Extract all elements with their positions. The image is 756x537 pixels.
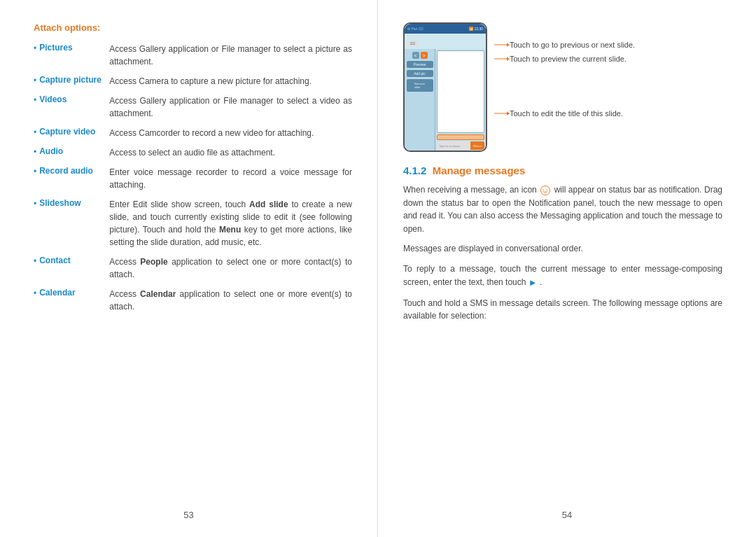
annotation-text-1: Touch to go to previous or next slide. xyxy=(510,41,635,49)
option-label-capture-picture: Capture picture xyxy=(39,75,109,85)
option-desc-record-audio: Enter voice message recorder to record a… xyxy=(109,166,352,191)
phone-compose-placeholder: Type to compose xyxy=(437,144,470,148)
phone-add-pic-btn[interactable]: Add pic xyxy=(407,70,433,77)
body-text-3: To reply to a message, touch the current… xyxy=(403,263,722,290)
option-label-slideshow: Slideshow xyxy=(39,198,109,208)
annotation-1: Touch to go to previous or next slide. xyxy=(494,41,722,49)
bullet: • xyxy=(34,76,36,85)
phone-title-input[interactable] xyxy=(437,134,484,140)
diagram-wrapper: ⊞ Part 2/2 📶 12:30 2/2 < > xyxy=(403,22,722,152)
left-page-number: 53 xyxy=(183,510,193,520)
phone-prev-btn[interactable]: < xyxy=(412,52,419,59)
annotations-container: Touch to go to previous or next slide. T… xyxy=(494,22,722,152)
section-title: 4.1.2 Manage messages xyxy=(403,165,722,176)
left-page: Attach options: • Pictures Access Galler… xyxy=(0,0,378,537)
option-label-calendar: Calendar xyxy=(39,288,109,298)
bullet: • xyxy=(34,127,36,137)
bullet: • xyxy=(34,256,36,266)
phone-screen: ⊞ Part 2/2 📶 12:30 2/2 < > xyxy=(405,24,486,151)
attach-options-title: Attach options: xyxy=(34,22,352,33)
annotation-arrow-1 xyxy=(494,41,510,48)
options-list: • Pictures Access Gallery application or… xyxy=(34,43,352,313)
option-desc-calendar: Access Calendar application to select on… xyxy=(109,288,352,313)
option-audio: • Audio Access to select an audio file a… xyxy=(34,146,352,159)
option-capture-video: • Capture video Access Camcorder to reco… xyxy=(34,127,352,139)
phone-remove-slide-btn[interactable]: Removeslide xyxy=(407,79,433,92)
option-label-record-audio: Record audio xyxy=(39,166,109,176)
option-label-audio: Audio xyxy=(39,146,109,156)
slide-counter-badge: 2/2 xyxy=(407,41,419,46)
body-text-2: Messages are displayed in conversational… xyxy=(403,242,722,256)
bullet: • xyxy=(34,167,36,176)
option-desc-capture-video: Access Camcorder to record a new video f… xyxy=(109,127,314,139)
phone-next-btn[interactable]: > xyxy=(421,52,428,59)
option-desc-slideshow: Enter Edit slide show screen, touch Add … xyxy=(109,198,352,249)
phone-slide-area xyxy=(437,50,484,133)
option-record-audio: • Record audio Enter voice message recor… xyxy=(34,166,352,191)
option-contact: • Contact Access People application to s… xyxy=(34,256,352,281)
phone-preview-btn[interactable]: Preview xyxy=(407,61,433,68)
bullet: • xyxy=(34,95,36,105)
bullet: • xyxy=(34,43,36,53)
option-pictures: • Pictures Access Gallery application or… xyxy=(34,43,352,68)
option-desc-pictures: Access Gallery application or File manag… xyxy=(109,43,352,68)
phone-content-area: < > Preview Add pic Removeslide xyxy=(405,49,486,151)
phone-nav-btns: < > xyxy=(412,52,428,59)
annotation-3: Touch to edit the title of this slide. xyxy=(494,109,722,118)
page: Attach options: • Pictures Access Galler… xyxy=(0,0,756,537)
option-calendar: • Calendar Access Calendar application t… xyxy=(34,288,352,313)
part-label-row: 2/2 xyxy=(405,34,486,49)
option-desc-contact: Access People application to select one … xyxy=(109,256,352,281)
phone-part-label: ⊞ Part 2/2 xyxy=(407,27,424,31)
annotation-arrow-2 xyxy=(494,55,510,62)
phone-return-button[interactable]: Return xyxy=(470,141,484,150)
body-text-1: When receiving a message, an icon will a… xyxy=(403,183,722,235)
option-label-capture-video: Capture video xyxy=(39,127,109,137)
option-label-pictures: Pictures xyxy=(39,43,109,53)
send-icon: ► xyxy=(528,277,538,288)
phone-status-icons: 📶 12:30 xyxy=(469,27,483,31)
bullet: • xyxy=(34,199,36,209)
bullet: • xyxy=(34,147,36,157)
phone-main-area: Type to compose Return xyxy=(435,49,486,151)
annotation-2: Touch to preview the current slide. xyxy=(494,55,722,63)
annotation-spacer xyxy=(494,67,722,109)
bullet: • xyxy=(34,288,36,298)
right-page: ⊞ Part 2/2 📶 12:30 2/2 < > xyxy=(378,0,756,537)
option-slideshow: • Slideshow Enter Edit slide show screen… xyxy=(34,198,352,249)
annotation-text-3: Touch to edit the title of this slide. xyxy=(510,109,623,118)
option-label-videos: Videos xyxy=(39,95,109,104)
annotation-arrow-3 xyxy=(494,110,510,117)
option-desc-audio: Access to select an audio file as attach… xyxy=(109,146,275,159)
option-capture-picture: • Capture picture Access Camera to captu… xyxy=(34,75,352,88)
right-page-number: 54 xyxy=(562,510,572,520)
phone-mockup: ⊞ Part 2/2 📶 12:30 2/2 < > xyxy=(403,22,487,152)
smiley-icon xyxy=(540,186,550,195)
section-number: 4.1.2 xyxy=(403,165,426,176)
option-desc-videos: Access Gallery application or File manag… xyxy=(109,95,352,120)
body-text-4: Touch and hold a SMS in message details … xyxy=(403,297,722,323)
phone-top-bar: ⊞ Part 2/2 📶 12:30 xyxy=(405,24,486,34)
section-heading: Manage messages xyxy=(433,165,526,176)
option-videos: • Videos Access Gallery application or F… xyxy=(34,95,352,120)
phone-compose-bar: Type to compose Return xyxy=(437,141,484,150)
annotation-text-2: Touch to preview the current slide. xyxy=(510,55,626,63)
phone-sidebar: < > Preview Add pic Removeslide xyxy=(405,49,435,151)
option-desc-capture-picture: Access Camera to capture a new picture f… xyxy=(109,75,312,88)
option-label-contact: Contact xyxy=(39,256,109,265)
